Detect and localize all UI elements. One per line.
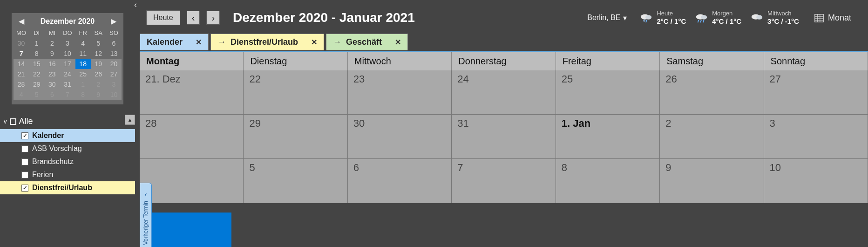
caret-down-icon: ▾ bbox=[623, 14, 627, 22]
calendar-list-item[interactable]: ✓Dienstfrei/Urlaub bbox=[0, 181, 135, 194]
day-cell[interactable]: 2 bbox=[660, 115, 764, 159]
minical-day[interactable]: 12 bbox=[91, 48, 106, 59]
minical-day[interactable]: 30 bbox=[44, 79, 60, 89]
checkbox[interactable]: ✓ bbox=[21, 132, 28, 139]
minical-day[interactable]: 19 bbox=[91, 59, 106, 69]
minical-day[interactable]: 6 bbox=[106, 38, 122, 48]
day-cell[interactable]: 7 bbox=[452, 159, 556, 203]
day-cell[interactable]: 25 bbox=[556, 70, 660, 115]
minical-day[interactable]: 1 bbox=[75, 79, 91, 89]
calendar-tab[interactable]: →Geschäft✕ bbox=[326, 34, 408, 50]
day-cell[interactable]: 27 bbox=[764, 70, 868, 115]
minical-day[interactable]: 5 bbox=[29, 89, 44, 100]
checkbox[interactable]: ✓ bbox=[21, 185, 28, 192]
minical-day[interactable]: 7 bbox=[60, 89, 75, 100]
calendar-tab[interactable]: Kalender✕ bbox=[140, 34, 209, 50]
location-selector[interactable]: Berlin, BE ▾ bbox=[587, 14, 627, 22]
minical-day[interactable]: 20 bbox=[106, 59, 122, 69]
minical-day[interactable]: 2 bbox=[91, 79, 106, 89]
minical-day[interactable]: 3 bbox=[106, 79, 122, 89]
day-cell[interactable]: 31 bbox=[452, 115, 556, 159]
day-cell[interactable]: 23 bbox=[348, 70, 452, 115]
weather-day[interactable]: Mittwoch3°C / -1°C bbox=[750, 10, 799, 25]
range-title: Dezember 2020 - Januar 2021 bbox=[233, 10, 415, 25]
minical-day[interactable]: 21 bbox=[14, 69, 29, 79]
minical-day[interactable]: 5 bbox=[91, 38, 106, 48]
minical-day[interactable]: 1 bbox=[29, 38, 44, 48]
day-cell[interactable]: 26 bbox=[660, 70, 764, 115]
minical-day[interactable]: 31 bbox=[60, 79, 75, 89]
weather-day[interactable]: ❄Heute2°C / 1°C bbox=[639, 10, 686, 25]
day-cell[interactable]: 22 bbox=[244, 70, 347, 115]
minical-day[interactable]: 25 bbox=[75, 69, 91, 79]
minical-day[interactable]: 7 bbox=[14, 48, 29, 59]
minical-day[interactable]: 22 bbox=[29, 69, 44, 79]
minical-day[interactable]: 15 bbox=[29, 59, 44, 69]
minical-day[interactable]: 28 bbox=[14, 79, 29, 89]
calendar-list-item[interactable]: ASB Vorschlag bbox=[0, 142, 135, 155]
day-cell[interactable]: 6 bbox=[348, 159, 452, 203]
day-cell[interactable] bbox=[140, 159, 244, 203]
minical-day[interactable]: 9 bbox=[44, 48, 60, 59]
minical-day[interactable]: 6 bbox=[44, 89, 60, 100]
checkbox[interactable] bbox=[21, 158, 28, 165]
minical-dow: DI bbox=[29, 27, 44, 38]
minical-day[interactable]: 16 bbox=[44, 59, 60, 69]
close-icon[interactable]: ✕ bbox=[395, 38, 401, 47]
weather-day[interactable]: Morgen4°C / 1°C bbox=[694, 10, 741, 25]
view-selector[interactable]: Monat bbox=[814, 13, 851, 23]
minical-day[interactable]: 26 bbox=[91, 69, 106, 79]
minical-day[interactable]: 27 bbox=[106, 69, 122, 79]
day-cell[interactable]: 10 bbox=[764, 159, 868, 203]
weather-day-label: Mittwoch bbox=[767, 10, 799, 17]
prev-button[interactable]: ‹ bbox=[187, 11, 200, 25]
minical-day[interactable]: 17 bbox=[60, 59, 75, 69]
minical-day[interactable]: 11 bbox=[75, 48, 91, 59]
calendar-tab[interactable]: →Dienstfrei/Urlaub✕ bbox=[210, 34, 324, 50]
calendar-list-header[interactable]: v Alle bbox=[0, 115, 135, 128]
next-button[interactable]: › bbox=[206, 11, 220, 25]
selected-day-block[interactable] bbox=[152, 213, 231, 247]
minical-day[interactable]: 30 bbox=[14, 38, 29, 48]
minical-day[interactable]: 2 bbox=[44, 38, 60, 48]
minical-day[interactable]: 29 bbox=[29, 79, 44, 89]
minical-day[interactable]: 14 bbox=[14, 59, 29, 69]
minical-day[interactable]: 9 bbox=[91, 89, 106, 100]
minical-day[interactable]: 13 bbox=[106, 48, 122, 59]
day-cell[interactable]: 21. Dez bbox=[140, 70, 244, 115]
day-cell[interactable]: 3 bbox=[764, 115, 868, 159]
minical-day[interactable]: 23 bbox=[44, 69, 60, 79]
close-icon[interactable]: ✕ bbox=[311, 38, 317, 47]
minical-day[interactable]: 10 bbox=[106, 89, 122, 100]
minical-day[interactable]: 8 bbox=[75, 89, 91, 100]
day-cell[interactable]: 9 bbox=[660, 159, 764, 203]
calendar-list-item[interactable]: Brandschutz bbox=[0, 155, 135, 168]
day-cell[interactable]: 5 bbox=[244, 159, 347, 203]
day-cell[interactable]: 30 bbox=[348, 115, 452, 159]
minical-dow: SA bbox=[91, 27, 106, 38]
minical-day[interactable]: 4 bbox=[75, 38, 91, 48]
close-icon[interactable]: ✕ bbox=[196, 38, 202, 47]
checkbox[interactable] bbox=[21, 145, 28, 152]
calendar-list-item[interactable]: ✓Kalender bbox=[0, 129, 135, 142]
day-cell[interactable]: 8 bbox=[556, 159, 660, 203]
minical-day[interactable]: 4 bbox=[14, 89, 29, 100]
minical-day[interactable]: 3 bbox=[60, 38, 75, 48]
day-cell[interactable]: 24 bbox=[452, 70, 556, 115]
previous-appointment-handle[interactable]: ‹ Vorheriger Termin bbox=[140, 183, 152, 247]
minical-prev-button[interactable]: ◀ bbox=[17, 17, 26, 26]
minical-next-button[interactable]: ▶ bbox=[109, 17, 118, 26]
calendar-list-item[interactable]: Ferien bbox=[0, 168, 135, 181]
calendar-list-item-label: Ferien bbox=[32, 171, 53, 179]
minical-day[interactable]: 10 bbox=[60, 48, 75, 59]
minical-day[interactable]: 8 bbox=[29, 48, 44, 59]
today-button[interactable]: Heute bbox=[146, 10, 180, 25]
minical-day[interactable]: 18 bbox=[75, 59, 91, 69]
scroll-up-button[interactable]: ▲ bbox=[125, 115, 135, 125]
day-cell[interactable]: 29 bbox=[244, 115, 347, 159]
checkbox[interactable] bbox=[21, 172, 28, 178]
day-number: 28 bbox=[145, 117, 156, 129]
day-cell[interactable]: 1. Jan bbox=[556, 115, 660, 159]
minical-day[interactable]: 24 bbox=[60, 69, 75, 79]
day-cell[interactable]: 28 bbox=[140, 115, 244, 159]
